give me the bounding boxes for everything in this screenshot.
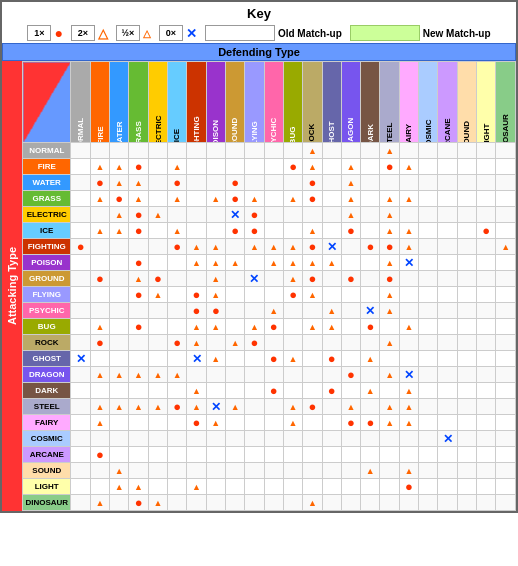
cell-rock-vs-psychic xyxy=(264,335,283,351)
cell-electric-vs-ghost xyxy=(322,207,341,223)
row-label-dragon: DRAGON xyxy=(23,367,71,383)
row-label-poison: POISON xyxy=(23,255,71,271)
cell-cosmic-vs-ice xyxy=(168,431,187,447)
cell-sound-vs-light xyxy=(477,463,496,479)
row-label-light: LIGHT xyxy=(23,479,71,495)
cell-ground-vs-flying: ✕ xyxy=(245,271,264,287)
row-label-fighting: FIGHTING xyxy=(23,239,71,255)
cell-ground-vs-sound xyxy=(457,271,476,287)
key-new-matchup: New Match-up xyxy=(350,25,491,41)
table-row: FLYING●▲●▲●▲▲ xyxy=(23,287,516,303)
cell-water-vs-rock: ● xyxy=(303,175,322,191)
cell-psychic-vs-light xyxy=(477,303,496,319)
cell-ghost-vs-bug: ▲ xyxy=(283,351,302,367)
cell-ghost-vs-fighting: ✕ xyxy=(187,351,206,367)
cell-steel-vs-fairy: ▲ xyxy=(399,399,418,415)
cell-normal-vs-ghost xyxy=(322,143,341,159)
key-0x-box: 0× xyxy=(159,25,183,41)
cell-light-vs-fairy: ● xyxy=(399,479,418,495)
table-row: ROCK●●▲▲●▲ xyxy=(23,335,516,351)
cell-water-vs-fairy xyxy=(399,175,418,191)
cell-dinosaur-vs-steel xyxy=(380,495,399,511)
cell-fairy-vs-sound xyxy=(457,415,476,431)
cell-ground-vs-grass: ▲ xyxy=(129,271,148,287)
table-row: POISON●▲▲▲▲▲▲▲▲✕ xyxy=(23,255,516,271)
cell-steel-vs-rock: ● xyxy=(303,399,322,415)
row-label-psychic: PSYCHIC xyxy=(23,303,71,319)
cell-cosmic-vs-dinosaur xyxy=(496,431,516,447)
cell-cosmic-vs-poison xyxy=(206,431,225,447)
cell-rock-vs-light xyxy=(477,335,496,351)
cell-poison-vs-poison: ▲ xyxy=(206,255,225,271)
cell-ghost-vs-ghost: ● xyxy=(322,351,341,367)
cell-rock-vs-arcane xyxy=(438,335,457,351)
cell-cosmic-vs-fighting xyxy=(187,431,206,447)
attacking-type-label: Attacking Type xyxy=(6,247,18,325)
cell-fighting-vs-psychic: ▲ xyxy=(264,239,283,255)
cell-fire-vs-cosmic xyxy=(419,159,438,175)
cell-poison-vs-ground: ▲ xyxy=(225,255,244,271)
col-header-dark: DARK xyxy=(361,62,380,143)
cell-ground-vs-dark xyxy=(361,271,380,287)
cell-arcane-vs-ground xyxy=(225,447,244,463)
cell-ice-vs-cosmic xyxy=(419,223,438,239)
cell-water-vs-ghost xyxy=(322,175,341,191)
cell-psychic-vs-dark: ✕ xyxy=(361,303,380,319)
cell-sound-vs-ground xyxy=(225,463,244,479)
cell-bug-vs-ground xyxy=(225,319,244,335)
cell-bug-vs-light xyxy=(477,319,496,335)
cell-bug-vs-fairy: ▲ xyxy=(399,319,418,335)
cell-sound-vs-fairy: ▲ xyxy=(399,463,418,479)
cell-bug-vs-ghost: ▲ xyxy=(322,319,341,335)
cell-cosmic-vs-rock xyxy=(303,431,322,447)
cell-dragon-vs-dragon: ● xyxy=(341,367,360,383)
cell-steel-vs-dark xyxy=(361,399,380,415)
cell-ghost-vs-psychic: ● xyxy=(264,351,283,367)
cell-light-vs-flying xyxy=(245,479,264,495)
cell-electric-vs-dinosaur xyxy=(496,207,516,223)
cell-sound-vs-arcane xyxy=(438,463,457,479)
cell-grass-vs-steel: ▲ xyxy=(380,191,399,207)
cell-flying-vs-ghost xyxy=(322,287,341,303)
cell-water-vs-grass: ▲ xyxy=(129,175,148,191)
cell-bug-vs-steel xyxy=(380,319,399,335)
cell-normal-vs-arcane xyxy=(438,143,457,159)
cell-rock-vs-cosmic xyxy=(419,335,438,351)
cell-steel-vs-fighting: ▲ xyxy=(187,399,206,415)
cell-sound-vs-ice xyxy=(168,463,187,479)
cell-flying-vs-dragon xyxy=(341,287,360,303)
cell-fairy-vs-electric xyxy=(148,415,167,431)
row-label-normal: NORMAL xyxy=(23,143,71,159)
cell-dark-vs-fire xyxy=(90,383,109,399)
cell-water-vs-dinosaur xyxy=(496,175,516,191)
cell-ghost-vs-fairy xyxy=(399,351,418,367)
cell-poison-vs-fire xyxy=(90,255,109,271)
cell-dinosaur-vs-dragon xyxy=(341,495,360,511)
cell-psychic-vs-grass xyxy=(129,303,148,319)
row-label-dinosaur: DINOSAUR xyxy=(23,495,71,511)
cell-water-vs-ice: ● xyxy=(168,175,187,191)
cell-electric-vs-cosmic xyxy=(419,207,438,223)
cell-electric-vs-water: ▲ xyxy=(110,207,129,223)
cell-sound-vs-dinosaur xyxy=(496,463,516,479)
row-label-rock: ROCK xyxy=(23,335,71,351)
cell-fairy-vs-psychic xyxy=(264,415,283,431)
defending-type-header: Defending Type xyxy=(2,43,516,61)
cell-poison-vs-fighting: ▲ xyxy=(187,255,206,271)
cell-steel-vs-sound xyxy=(457,399,476,415)
cell-fairy-vs-fairy: ▲ xyxy=(399,415,418,431)
key-old-matchup: Old Match-up xyxy=(205,25,342,41)
cell-dark-vs-ghost: ● xyxy=(322,383,341,399)
cell-dark-vs-water xyxy=(110,383,129,399)
cell-ice-vs-dinosaur xyxy=(496,223,516,239)
cell-rock-vs-flying: ● xyxy=(245,335,264,351)
cell-steel-vs-fire: ▲ xyxy=(90,399,109,415)
cell-dark-vs-bug xyxy=(283,383,302,399)
cell-fighting-vs-ground xyxy=(225,239,244,255)
cell-cosmic-vs-water xyxy=(110,431,129,447)
cell-flying-vs-dinosaur xyxy=(496,287,516,303)
cell-flying-vs-dark xyxy=(361,287,380,303)
cell-ghost-vs-water xyxy=(110,351,129,367)
cell-bug-vs-fighting: ▲ xyxy=(187,319,206,335)
cell-bug-vs-sound xyxy=(457,319,476,335)
